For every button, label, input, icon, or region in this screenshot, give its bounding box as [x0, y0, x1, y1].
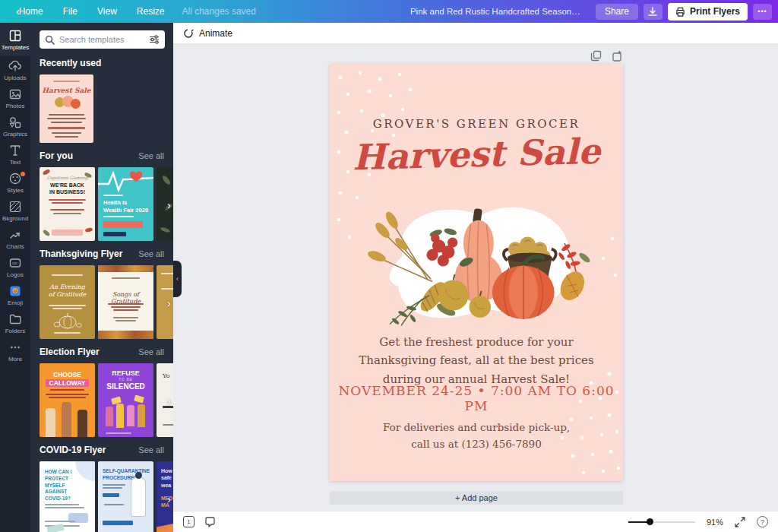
sidebar-item-background[interactable]: Bkground: [0, 197, 30, 225]
leaf-border-decor: [98, 331, 153, 339]
thumb-title: Health is Wealth Fair 2020: [103, 199, 148, 214]
section-title-for-you: For you: [40, 150, 73, 161]
panel-collapse-handle[interactable]: ‹: [173, 261, 182, 297]
thumb-decor: [51, 122, 82, 123]
thumb-decor: [48, 127, 85, 129]
template-thumbnail[interactable]: Health is Wealth Fair 2020: [98, 167, 153, 241]
template-thumbnail[interactable]: An Evening of Gratitude: [40, 265, 95, 339]
thumb-title: Yo: [163, 372, 169, 379]
svg-text:co.: co.: [12, 261, 18, 265]
section-title-covid: COVID-19 Flyer: [40, 445, 106, 455]
chevron-right-icon[interactable]: ›: [167, 198, 171, 211]
more-options-button[interactable]: •••: [753, 4, 772, 20]
heartbeat-decor: [98, 167, 153, 195]
template-thumbnail[interactable]: Songs of Gratitude: [98, 265, 153, 339]
fist-decor: [62, 402, 71, 437]
flyer-date-text[interactable]: NOVEMBER 24-25 • 7:00 AM TO 6:00 PM: [330, 383, 623, 413]
chevron-right-icon[interactable]: ›: [167, 296, 171, 309]
search-input[interactable]: [59, 35, 144, 44]
sidebar-item-uploads[interactable]: Uploads: [0, 56, 30, 84]
template-thumbnail[interactable]: SELF-QUARANTINE PROCEDURES: [98, 461, 153, 532]
sidebar-item-graphics[interactable]: Graphics: [0, 112, 30, 141]
thumb-title: Harvest Sale: [40, 87, 93, 94]
zoom-slider[interactable]: [628, 521, 695, 523]
sidebar-item-templates[interactable]: Templates: [0, 23, 30, 56]
question-mark: ?: [761, 518, 764, 526]
page-list-icon[interactable]: 1: [183, 516, 194, 527]
templates-icon: [8, 29, 22, 43]
thumb-decor: [103, 493, 119, 497]
flyer-body-text[interactable]: Get the freshest produce for your Thanks…: [330, 333, 623, 388]
uploads-label: Uploads: [4, 74, 26, 81]
template-thumbnail[interactable]: REFUSE TO BE SILENCED: [98, 363, 153, 437]
chevron-right-icon[interactable]: ›: [167, 394, 171, 407]
see-all-election[interactable]: See all: [138, 347, 164, 356]
more-icon: [8, 340, 22, 354]
thumb-decor: [103, 195, 123, 196]
sidebar-item-logos[interactable]: co. Logos: [0, 253, 30, 281]
zoom-slider-knob[interactable]: [647, 518, 653, 525]
template-thumbnail[interactable]: Capstone Gaming WE'RE BACK IN BUSINESS!: [40, 167, 95, 241]
sidebar-item-folders[interactable]: Folders: [0, 309, 30, 337]
template-thumbnail[interactable]: HOW CAN I PROTECT MYSELF AGAINST COVID-1…: [40, 461, 95, 532]
ellipsis-icon: •••: [757, 8, 767, 15]
fullscreen-icon[interactable]: [735, 517, 745, 527]
view-menu[interactable]: View: [87, 0, 127, 23]
help-button[interactable]: ?: [757, 516, 768, 527]
recent-template-thumbnail[interactable]: Harvest Sale: [40, 74, 93, 143]
graphics-label: Graphics: [3, 131, 27, 138]
thumb-decor: [49, 305, 86, 306]
share-button[interactable]: Share: [596, 4, 638, 20]
add-page-icon[interactable]: [612, 50, 623, 62]
sidebar-item-text[interactable]: Text: [0, 141, 30, 169]
thumb-row-for-you: Capstone Gaming WE'RE BACK IN BUSINESS! …: [40, 167, 173, 241]
resize-menu[interactable]: Resize: [127, 0, 175, 23]
flag-decor: [134, 395, 144, 404]
figure-decor: [106, 407, 113, 426]
design-page[interactable]: GROVER'S GREEN GROCER Harvest Sale: [330, 64, 623, 481]
see-all-for-you[interactable]: See all: [138, 151, 164, 160]
flyer-headline-text[interactable]: Harvest Sale: [329, 130, 623, 179]
sidebar-item-photos[interactable]: Photos: [0, 84, 30, 112]
thumb-decor: [103, 487, 122, 489]
see-all-covid[interactable]: See all: [138, 445, 164, 454]
see-all-thanksgiving[interactable]: See all: [138, 249, 164, 258]
templates-panel: Recently used Harvest Sale For you See a…: [30, 23, 173, 532]
editor-toolbar: Animate: [173, 23, 778, 44]
folders-label: Folders: [5, 328, 26, 334]
thumb-decor: [52, 230, 83, 236]
flyer-brand-text[interactable]: GROVER'S GREEN GROCER: [330, 117, 623, 131]
sidebar-item-charts[interactable]: Charts: [0, 225, 30, 253]
download-button[interactable]: [644, 4, 663, 20]
notes-icon[interactable]: [204, 516, 216, 527]
thumb-decor: [113, 309, 138, 311]
home-button[interactable]: ‹ Home: [6, 0, 53, 23]
search-box[interactable]: [40, 30, 165, 49]
thumb-title-line1: CHOOSE: [40, 371, 95, 378]
add-page-button[interactable]: + Add page: [330, 491, 623, 505]
file-menu[interactable]: File: [53, 0, 87, 23]
thumb-decor: [45, 521, 75, 522]
thumb-decor: [52, 274, 83, 276]
background-label: Bkground: [2, 215, 28, 222]
animate-button[interactable]: Animate: [199, 28, 232, 39]
section-title-election: Election Flyer: [40, 347, 100, 357]
sidebar-item-styles[interactable]: Styles: [0, 169, 30, 197]
chevron-right-icon[interactable]: ›: [167, 492, 171, 505]
print-flyers-button[interactable]: Print Flyers: [668, 3, 748, 21]
thumb-decor: [50, 209, 84, 211]
thumb-title-white: How safe wea: [161, 467, 172, 489]
thumb-decor: [43, 229, 51, 236]
sidebar-item-emoji[interactable]: Emoji: [0, 281, 30, 309]
autosave-status: All changes saved: [175, 6, 264, 17]
duplicate-page-icon[interactable]: [590, 50, 602, 62]
harvest-illustration[interactable]: [359, 187, 594, 331]
thumb-decor: [46, 394, 89, 395]
template-thumbnail[interactable]: CHOOSE CALLOWAY: [40, 363, 95, 437]
document-title[interactable]: Pink and Red Rustic Handcrafted Seasonal…: [410, 7, 585, 16]
flyer-contact-text[interactable]: For deliveries and curbside pick-up, cal…: [330, 419, 623, 453]
filter-icon[interactable]: [149, 35, 160, 44]
sidebar-item-more[interactable]: More: [0, 337, 30, 366]
thumb-row-election: CHOOSE CALLOWAY REFUSE TO BE SILENCED Yo: [40, 363, 173, 437]
background-icon: [8, 200, 22, 214]
